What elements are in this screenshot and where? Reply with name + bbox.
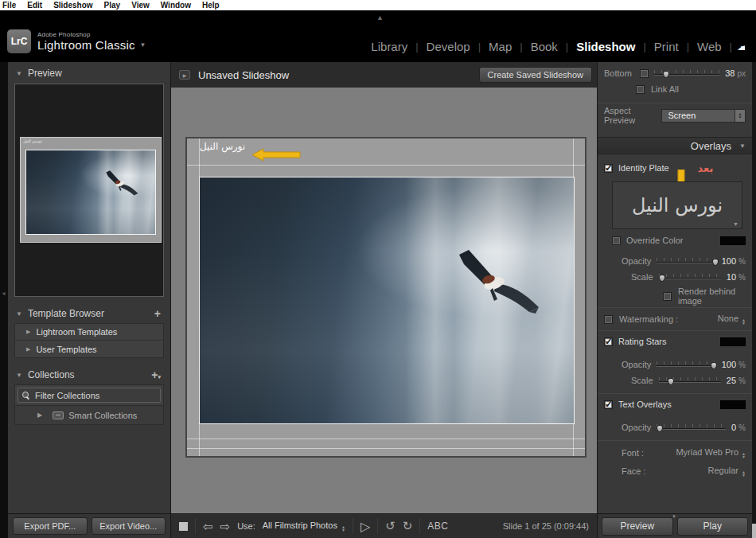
- menu-help[interactable]: Help: [202, 0, 220, 10]
- bottom-margin-checkbox[interactable]: [640, 69, 649, 78]
- module-picker: Library| Develop| Map| Book| Slideshow| …: [363, 39, 745, 53]
- left-panel-edge[interactable]: ◄: [0, 62, 8, 538]
- stop-icon[interactable]: [179, 522, 188, 531]
- app-title: Lightroom Classic: [37, 38, 135, 52]
- text-overlays-label: Text Overlays: [618, 400, 672, 409]
- template-item-label: Lightroom Templates: [36, 327, 117, 337]
- rotate-left-icon[interactable]: ↺: [385, 519, 396, 533]
- menu-file[interactable]: File: [2, 0, 16, 10]
- filter-collections-input[interactable]: Filter Collections: [18, 388, 161, 403]
- template-browser-header[interactable]: ▼ Template Browser +: [8, 302, 170, 323]
- bird-silhouette: [446, 247, 550, 320]
- create-saved-slideshow-button[interactable]: Create Saved Slideshow: [479, 67, 592, 83]
- menu-slideshow[interactable]: Slideshow: [53, 0, 92, 10]
- ip-opacity-label: Opacity: [622, 256, 651, 266]
- rating-stars-checkbox[interactable]: [604, 337, 613, 346]
- font-dropdown[interactable]: Myriad Web Pro ▲▼: [676, 447, 746, 458]
- module-book[interactable]: Book: [523, 40, 566, 53]
- rotate-right-icon[interactable]: ↻: [403, 519, 413, 533]
- menu-view[interactable]: View: [131, 0, 150, 10]
- top-panel-collapse-icon[interactable]: ▲: [376, 14, 384, 21]
- triangle-right-icon: ▶: [37, 411, 42, 419]
- export-pdf-button[interactable]: Export PDF...: [13, 517, 88, 535]
- module-web[interactable]: Web: [689, 40, 730, 53]
- collections-title: Collections: [28, 369, 75, 380]
- slide-editor[interactable]: نورس النيل: [185, 137, 586, 458]
- identity-plate-preview[interactable]: نورس النيل ▼: [612, 181, 742, 229]
- preview-panel-title: Preview: [28, 68, 62, 79]
- annotation-text-after: بعد: [698, 162, 714, 174]
- cloud-sync-icon[interactable]: ☁: [737, 39, 745, 53]
- module-develop[interactable]: Develop: [419, 40, 478, 53]
- module-slideshow-active[interactable]: Slideshow: [568, 40, 643, 53]
- play-preview-icon[interactable]: ▷: [360, 519, 370, 534]
- previous-slide-icon[interactable]: ⇦: [203, 520, 213, 532]
- menu-play[interactable]: Play: [104, 0, 121, 10]
- override-color-swatch[interactable]: [720, 236, 746, 245]
- font-value: Myriad Web Pro: [676, 447, 738, 457]
- layout-guide-bottom-2[interactable]: [187, 448, 585, 449]
- annotation-arrow-left-icon: [252, 148, 306, 162]
- add-text-abc-button[interactable]: ABC: [427, 520, 448, 532]
- preview-button[interactable]: Preview: [602, 517, 673, 536]
- play-button[interactable]: Play: [677, 517, 749, 536]
- menu-edit[interactable]: Edit: [27, 0, 42, 10]
- slide-photo[interactable]: [199, 177, 575, 424]
- aspect-preview-dropdown[interactable]: Screen ▲▼: [661, 109, 746, 123]
- export-video-button[interactable]: Export Video...: [92, 517, 166, 535]
- slide-status-text: Slide 1 of 25 (0:09:44): [503, 521, 589, 531]
- overlays-title: Overlays: [691, 140, 731, 152]
- ip-opacity-slider[interactable]: [657, 258, 715, 265]
- triangle-down-icon: ▼: [16, 310, 22, 318]
- add-template-button[interactable]: +: [154, 307, 164, 320]
- render-behind-image-checkbox[interactable]: [663, 292, 672, 301]
- preview-panel-header[interactable]: ▼ Preview: [8, 62, 170, 82]
- to-opacity-slider[interactable]: [657, 424, 726, 431]
- stepper-icon: ▲▼: [735, 110, 745, 122]
- triangle-down-icon: ▼: [739, 142, 746, 150]
- identity-plate-on-slide[interactable]: نورس النيل: [200, 141, 245, 152]
- next-slide-icon[interactable]: ⇨: [220, 520, 231, 532]
- collections-header[interactable]: ▼ Collections +▾: [8, 363, 170, 384]
- template-item-user-templates[interactable]: ▶ User Templates: [15, 341, 163, 357]
- identity-plate-checkbox[interactable]: [604, 164, 613, 173]
- face-dropdown[interactable]: Regular ▲▼: [708, 466, 746, 477]
- overlays-section-header[interactable]: Overlays ▼: [598, 137, 752, 154]
- stepper-icon: ▲▼: [742, 470, 746, 477]
- text-overlays-color-swatch[interactable]: [720, 400, 746, 409]
- chevron-down-icon[interactable]: ▼: [140, 41, 146, 49]
- chevron-down-icon[interactable]: ▼: [733, 221, 738, 227]
- app-header: ▲ LrC Adobe Photoshop Lightroom Classic …: [0, 10, 756, 62]
- watermarking-label: Watermarking :: [619, 314, 678, 324]
- preview-identity-text: نورس النيل: [23, 138, 42, 143]
- rating-stars-color-swatch[interactable]: [720, 337, 746, 346]
- triangle-right-icon: ▶: [26, 346, 30, 353]
- text-overlays-checkbox[interactable]: [604, 400, 613, 409]
- ip-scale-value: 10: [727, 272, 736, 282]
- layout-guide-bottom[interactable]: [187, 439, 585, 439]
- module-library[interactable]: Library: [363, 40, 415, 53]
- stepper-icon: ▲▼: [742, 452, 746, 458]
- template-item-lightroom-templates[interactable]: ▶ Lightroom Templates: [15, 324, 163, 341]
- menu-window[interactable]: Window: [161, 0, 191, 10]
- module-map[interactable]: Map: [481, 40, 520, 53]
- watermarking-dropdown[interactable]: None ▲▼: [718, 314, 746, 325]
- watermarking-checkbox[interactable]: [604, 315, 613, 324]
- link-all-checkbox[interactable]: [636, 85, 645, 94]
- rs-scale-slider[interactable]: [659, 377, 721, 384]
- module-print[interactable]: Print: [646, 40, 687, 53]
- override-color-checkbox[interactable]: [612, 236, 621, 245]
- add-collection-button[interactable]: +▾: [151, 368, 164, 381]
- ip-scale-slider[interactable]: [659, 274, 721, 281]
- bottom-panel-collapse-icon[interactable]: ▼: [672, 514, 676, 519]
- right-panel: Bottom 38 px Link All Aspect Preview Scr…: [597, 62, 752, 538]
- collection-item-smart-collections[interactable]: ▶ Smart Collections: [14, 406, 164, 425]
- use-filter-dropdown[interactable]: All Filmstrip Photos▲▼: [263, 520, 345, 532]
- ip-scale-unit: %: [738, 273, 746, 282]
- right-panel-edge[interactable]: [752, 62, 756, 538]
- layout-guide-top[interactable]: [187, 165, 585, 166]
- filter-collections-row: Filter Collections: [14, 384, 164, 406]
- rs-opacity-slider[interactable]: [657, 361, 715, 368]
- scrollbar-thumb[interactable]: [752, 524, 756, 538]
- bottom-margin-slider[interactable]: [654, 70, 719, 77]
